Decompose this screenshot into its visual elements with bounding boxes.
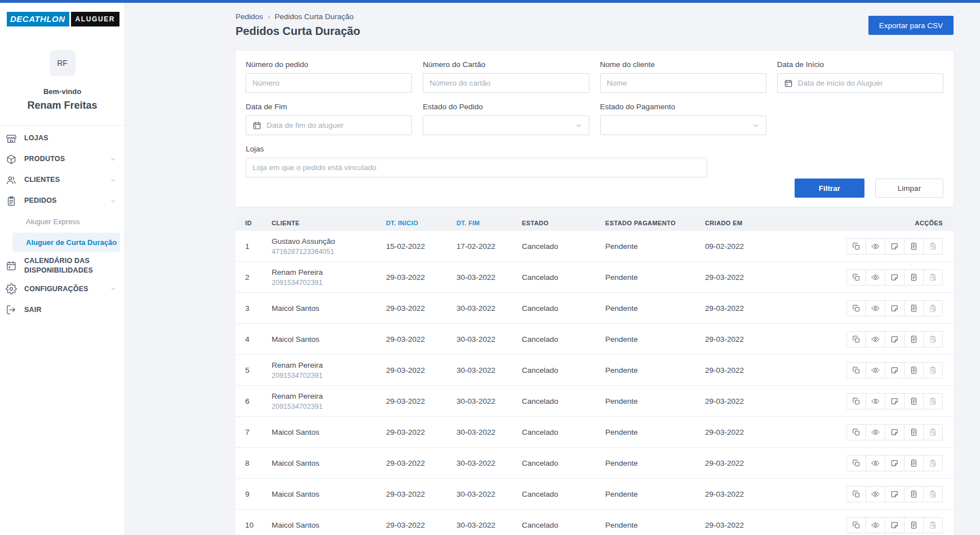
document-action-button[interactable] [904,393,924,409]
view-action-button[interactable] [866,517,885,533]
limpar-button[interactable]: Limpar [875,179,943,198]
filtrar-button[interactable]: Filtrar [795,179,864,198]
row-actions [846,486,943,502]
row-actions [846,517,943,533]
sidebar-item-pedidos[interactable]: PEDIDOS [0,190,125,211]
copy-action-button[interactable] [846,424,866,440]
clipboard-search-action-button[interactable] [923,331,943,347]
filter-lojas: Lojas [246,145,943,177]
view-action-button[interactable] [866,269,885,286]
view-action-button[interactable] [866,331,885,347]
order-status: Cancelado [515,304,598,313]
view-action-button[interactable] [866,424,885,440]
document-action-button[interactable] [904,300,924,316]
start-date: 29-03-2022 [379,304,450,313]
order-id: 1 [236,242,265,251]
order-id: 5 [236,366,265,374]
note-action-button[interactable] [885,517,904,533]
data-inicio-field[interactable] [798,79,937,87]
document-action-button[interactable] [904,455,924,471]
note-action-button[interactable] [885,362,904,378]
nome-cliente-input[interactable] [600,73,766,93]
document-action-button[interactable] [904,269,924,286]
sidebar-item-configuracoes[interactable]: CONFIGURAÇÕES [0,279,125,300]
column-header-dt-fim[interactable]: DT. FIM [450,220,515,226]
estado-pedido-select[interactable] [423,115,589,135]
eye-icon [871,242,880,251]
export-csv-button[interactable]: Exportar para CSV [868,16,954,35]
clipboard-search-action-button[interactable] [923,269,943,286]
store-icon [6,133,17,144]
copy-action-button[interactable] [846,300,866,316]
copy-action-button[interactable] [846,455,866,471]
note-action-button[interactable] [885,486,904,502]
copy-action-button[interactable] [846,486,866,502]
document-action-button[interactable] [904,238,924,255]
sidebar-item-calendario[interactable]: CALENDÁRIO DAS DISPONIBILIDADES [0,253,125,279]
document-action-button[interactable] [904,331,924,347]
clipboard-search-icon [929,490,937,498]
view-action-button[interactable] [866,393,885,409]
sidebar-item-lojas[interactable]: LOJAS [0,128,125,149]
sidebar-item-produtos[interactable]: PRODUTOS [0,149,125,170]
row-actions [846,238,943,255]
clipboard-search-action-button[interactable] [923,300,943,316]
view-action-button[interactable] [866,238,885,255]
column-header-id: ID [236,220,265,226]
document-action-button[interactable] [904,486,924,502]
view-action-button[interactable] [866,486,885,502]
copy-icon [852,366,861,374]
data-fim-input[interactable] [246,115,412,135]
clipboard-search-icon [929,242,937,251]
top-accent-bar [0,0,980,3]
document-action-button[interactable] [904,362,924,378]
note-icon [890,273,899,282]
note-icon [890,521,899,529]
estado-pagamento-select[interactable] [600,115,766,135]
numero-pedido-input[interactable] [246,73,412,93]
clipboard-search-action-button[interactable] [923,486,943,502]
view-action-button[interactable] [866,300,885,316]
data-fim-field[interactable] [267,121,405,130]
copy-action-button[interactable] [846,238,866,255]
clipboard-search-action-button[interactable] [923,455,943,471]
copy-action-button[interactable] [846,362,866,378]
data-inicio-input[interactable] [777,73,943,93]
note-action-button[interactable] [885,424,904,440]
clipboard-search-action-button[interactable] [923,238,943,255]
sidebar-subitem-aluguer-express[interactable]: Aluguer Express [0,211,125,231]
view-action-button[interactable] [866,455,885,471]
clipboard-search-action-button[interactable] [923,393,943,409]
sidebar-item-label: CONFIGURAÇÕES [24,284,88,294]
sidebar-item-sair[interactable]: SAIR [0,300,125,320]
note-action-button[interactable] [885,300,904,316]
sidebar-item-clientes[interactable]: CLIENTES [0,170,125,190]
note-action-button[interactable] [885,393,904,409]
copy-action-button[interactable] [846,331,866,347]
clipboard-search-action-button[interactable] [923,362,943,378]
payment-status: Pendente [598,366,698,374]
lojas-input[interactable] [246,158,707,177]
note-action-button[interactable] [885,269,904,286]
breadcrumb-pedidos[interactable]: Pedidos [236,12,263,21]
end-date: 30-03-2022 [450,490,515,498]
note-action-button[interactable] [885,331,904,347]
note-action-button[interactable] [885,238,904,255]
copy-action-button[interactable] [846,517,866,533]
copy-action-button[interactable] [846,269,866,286]
clipboard-search-action-button[interactable] [923,424,943,440]
sidebar-subitem-aluguer-curta-duracao[interactable]: Aluguer de Curta Duração [12,233,120,252]
numero-cartao-input[interactable] [423,73,589,93]
copy-action-button[interactable] [846,393,866,409]
document-action-button[interactable] [904,424,924,440]
row-actions [846,362,943,378]
clipboard-search-action-button[interactable] [923,517,943,533]
eye-icon [871,304,880,313]
view-action-button[interactable] [866,362,885,378]
column-header-dt-inicio[interactable]: DT. INICIO [379,220,450,226]
note-action-button[interactable] [885,455,904,471]
table-row: 2 Renam Pereira 2091534702391 29-03-2022… [236,262,954,293]
filter-numero-pedido: Número do pedido [246,60,412,93]
document-action-button[interactable] [904,517,924,533]
note-icon [890,242,899,251]
